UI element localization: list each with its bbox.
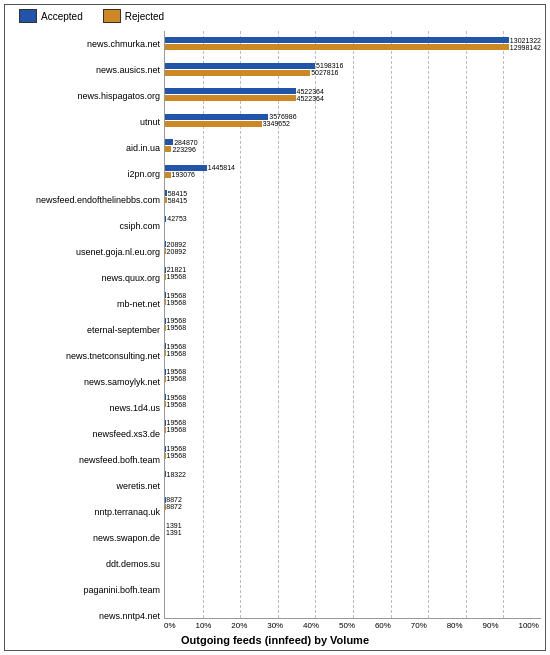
y-label: eternal-september [9,321,160,339]
y-label: news.quux.org [9,269,160,287]
bar-row: 51983165027816 [165,60,541,78]
y-label: usenet.goja.nl.eu.org [9,243,160,261]
bar-row: 45223644522364 [165,86,541,104]
bar-row: 1956819568 [165,315,541,333]
y-label: news.swapon.de [9,530,160,548]
bar-row: 5841558415 [165,188,541,206]
accepted-value-label: 1391 [165,522,182,529]
x-axis-label: 80% [447,621,463,630]
accepted-value-label: 4522364 [296,88,324,95]
accepted-bar [165,37,509,43]
rejected-value-label: 19568 [166,426,186,433]
accepted-color-box [19,9,37,23]
rejected-label: Rejected [125,11,164,22]
accepted-value-label: 19568 [166,445,186,452]
rejected-bar [165,121,262,127]
bar-row: 13911391 [165,520,541,538]
x-axis-label: 100% [518,621,538,630]
accepted-value-label: 284870 [173,139,197,146]
accepted-bar [165,88,296,94]
y-label: ddt.demos.su [9,556,160,574]
y-label: utnut [9,113,160,131]
rejected-value-label: 19568 [166,273,186,280]
accepted-bar [165,139,173,145]
rejected-value-label: 19568 [166,401,186,408]
accepted-value-label: 8872 [165,496,182,503]
rejected-value-label: 20892 [166,248,186,255]
rejected-color-box [103,9,121,23]
y-label: news.tnetconsulting.net [9,347,160,365]
bar-row: 1956819568 [165,443,541,461]
bar-row [165,571,541,589]
bar-row: 1956819568 [165,341,541,359]
rejected-value-label: 5027816 [310,69,338,76]
accepted-value-label: 19568 [166,343,186,350]
bar-row [165,545,541,563]
y-label: news.chmurka.net [9,35,160,53]
bar-row: 2089220892 [165,239,541,257]
y-label: news.1d4.us [9,399,160,417]
accepted-value-label: 19568 [166,317,186,324]
y-label: news.hispagatos.org [9,87,160,105]
accepted-value-label: 5198316 [315,62,343,69]
chart-container: Accepted Rejected news.chmurka.netnews.a… [4,4,546,651]
rejected-value-label: 8872 [165,503,182,510]
accepted-value-label: 19568 [166,419,186,426]
accepted-label: Accepted [41,11,83,22]
x-axis-label: 20% [231,621,247,630]
bar-row [165,596,541,614]
accepted-bar [165,165,207,171]
y-label: aid.in.ua [9,139,160,157]
y-label: paganini.bofh.team [9,582,160,600]
bar-row: 1956819568 [165,392,541,410]
y-label: csiph.com [9,217,160,235]
y-label: i2pn.org [9,165,160,183]
y-label: newsfeed.bofh.team [9,452,160,470]
accepted-value-label: 20892 [166,241,186,248]
accepted-value-label: 19568 [166,394,186,401]
y-label: mb-net.net [9,295,160,313]
bar-row: 1445814193076 [165,162,541,180]
x-axis-label: 30% [267,621,283,630]
x-axis: 0%10%20%30%40%50%60%70%80%90%100% [164,621,541,630]
rejected-value-label: 1391 [165,529,182,536]
bar-row: 1956819568 [165,290,541,308]
accepted-value-label: 58415 [167,190,187,197]
x-axis-label: 60% [375,621,391,630]
bar-row: 42753 [165,213,541,231]
rejected-bar [165,70,310,76]
legend: Accepted Rejected [9,9,541,23]
legend-rejected: Rejected [103,9,164,23]
y-label: news.nntp4.net [9,608,160,626]
bar-row: 1956819568 [165,417,541,435]
rejected-value-label: 58415 [167,197,187,204]
rejected-value-label: 19568 [166,375,186,382]
rejected-value-label: 3349652 [262,120,290,127]
accepted-value-label: 3576986 [268,113,296,120]
y-label: newsfeed.endofthelinebbs.com [9,191,160,209]
accepted-bar [165,63,315,69]
x-axis-label: 10% [195,621,211,630]
accepted-value-label: 13021322 [509,37,541,44]
bar-row: 2182119568 [165,264,541,282]
y-axis-labels: news.chmurka.netnews.ausics.netnews.hisp… [9,31,164,630]
accepted-value-label: 19568 [166,292,186,299]
bar-row: 1302132212998142 [165,35,541,53]
rejected-value-label: 19568 [166,299,186,306]
rejected-bar [165,44,509,50]
y-label: news.ausics.net [9,61,160,79]
rejected-value-label: 19568 [166,350,186,357]
accepted-value-label: 42753 [166,215,186,222]
rejected-value-label: 19568 [166,324,186,331]
accepted-bar [165,114,268,120]
y-label: newsfeed.xs3.de [9,425,160,443]
x-axis-label: 90% [483,621,499,630]
rejected-value-label: 19568 [166,452,186,459]
y-label: nntp.terranaq.uk [9,504,160,522]
accepted-value-label: 18322 [166,471,186,478]
rejected-value-label: 4522364 [296,95,324,102]
accepted-value-label: 1445814 [207,164,235,171]
rejected-value-label: 12998142 [509,44,541,51]
y-label: news.samoylyk.net [9,373,160,391]
rejected-value-label: 223296 [171,146,195,153]
